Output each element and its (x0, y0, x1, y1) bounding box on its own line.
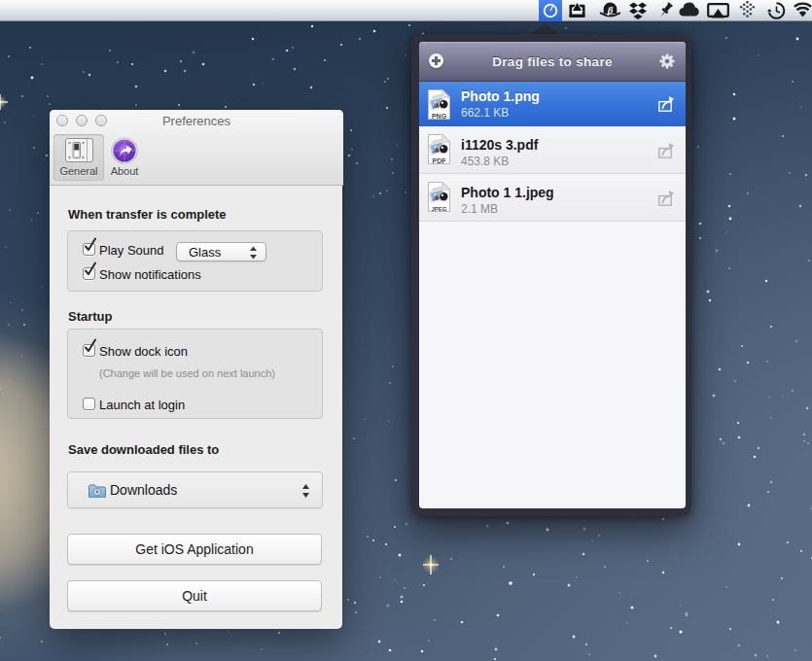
svg-text:PDF: PDF (433, 157, 447, 164)
svg-text:JPEG: JPEG (431, 206, 446, 212)
svg-text:PNG: PNG (432, 113, 447, 120)
svg-text:β: β (607, 4, 614, 16)
